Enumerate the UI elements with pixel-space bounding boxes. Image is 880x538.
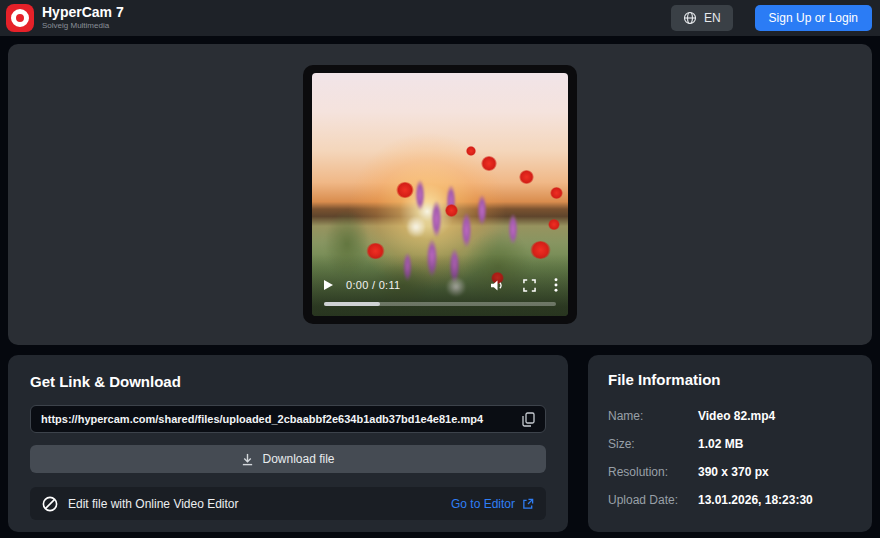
video-frame: 0:00 / 0:11: [312, 73, 568, 316]
file-info-rows: Name: Video 82.mp4 Size: 1.02 MB Resolut…: [608, 402, 852, 514]
download-file-label: Download file: [262, 452, 334, 466]
app-title: HyperCam 7: [42, 5, 124, 20]
app-subtitle: Solveig Multimedia: [42, 22, 124, 31]
app-header: HyperCam 7 Solveig Multimedia EN Sign Up…: [0, 0, 880, 36]
file-info-row-resolution: Resolution: 390 x 370 px: [608, 458, 852, 486]
download-arrow-icon: [241, 453, 254, 466]
language-label: EN: [704, 11, 721, 25]
globe-icon: [683, 11, 697, 25]
fullscreen-icon[interactable]: [523, 279, 536, 292]
app-title-block: HyperCam 7 Solveig Multimedia: [42, 5, 124, 30]
player-controls: 0:00 / 0:11: [322, 274, 558, 296]
share-url-text[interactable]: https://hypercam.com/shared/files/upload…: [41, 413, 520, 425]
bottom-section: Get Link & Download https://hypercam.com…: [8, 355, 872, 532]
file-name-label: Name:: [608, 409, 698, 423]
progress-fill: [324, 302, 380, 306]
play-icon[interactable]: [322, 279, 334, 291]
file-upload-date-label: Upload Date:: [608, 493, 698, 507]
video-player[interactable]: 0:00 / 0:11: [303, 65, 577, 324]
share-url-field[interactable]: https://hypercam.com/shared/files/upload…: [30, 405, 546, 433]
kebab-menu-icon[interactable]: [554, 278, 558, 292]
file-name-value: Video 82.mp4: [698, 409, 775, 423]
file-size-label: Size:: [608, 437, 698, 451]
app-logo: [6, 4, 34, 32]
editor-logo-icon: [42, 496, 58, 512]
progress-bar[interactable]: [324, 302, 556, 306]
file-info-row-size: Size: 1.02 MB: [608, 430, 852, 458]
file-resolution-label: Resolution:: [608, 465, 698, 479]
signup-login-button[interactable]: Sign Up or Login: [755, 5, 872, 31]
file-info-title: File Information: [608, 371, 852, 388]
time-display: 0:00 / 0:11: [346, 279, 400, 291]
file-resolution-value: 390 x 370 px: [698, 465, 769, 479]
edit-file-label: Edit file with Online Video Editor: [68, 497, 239, 511]
file-info-panel: File Information Name: Video 82.mp4 Size…: [588, 355, 872, 532]
edit-file-row: Edit file with Online Video Editor Go to…: [30, 487, 546, 520]
copy-icon[interactable]: [520, 410, 537, 429]
get-link-panel: Get Link & Download https://hypercam.com…: [8, 355, 568, 532]
go-to-editor-label: Go to Editor: [451, 497, 515, 511]
video-section: 0:00 / 0:11: [8, 44, 872, 345]
file-upload-date-value: 13.01.2026, 18:23:30: [698, 493, 813, 507]
record-ring-icon: [11, 9, 29, 27]
volume-icon[interactable]: [490, 279, 505, 292]
file-info-row-upload-date: Upload Date: 13.01.2026, 18:23:30: [608, 486, 852, 514]
go-to-editor-link[interactable]: Go to Editor: [451, 497, 534, 511]
download-file-button[interactable]: Download file: [30, 445, 546, 473]
get-link-title: Get Link & Download: [30, 373, 546, 390]
language-button[interactable]: EN: [671, 5, 733, 31]
file-size-value: 1.02 MB: [698, 437, 743, 451]
file-info-row-name: Name: Video 82.mp4: [608, 402, 852, 430]
external-link-icon: [522, 498, 534, 510]
